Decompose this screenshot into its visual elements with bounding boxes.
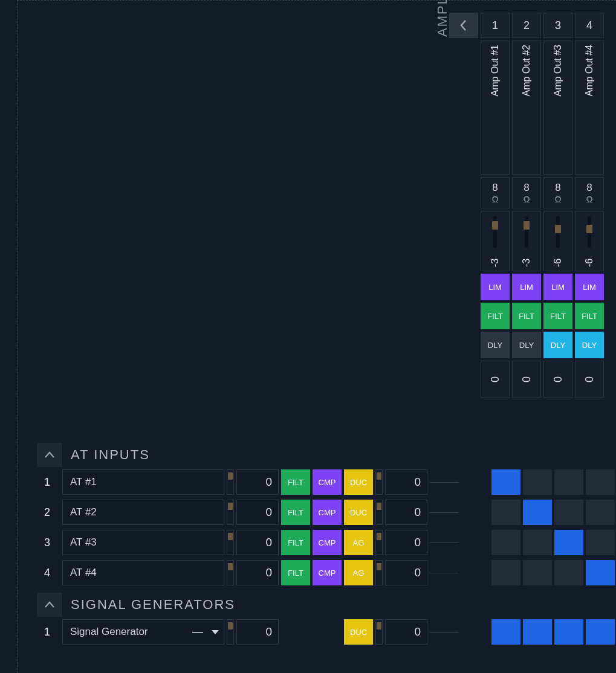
mini-fader[interactable]: [375, 619, 383, 645]
matrix-cell-3[interactable]: [554, 560, 583, 585]
mini-fader[interactable]: [375, 469, 383, 495]
amp-channel-3[interactable]: 3: [543, 13, 572, 38]
proc-filt[interactable]: FILT: [281, 560, 310, 585]
matrix-cell-2[interactable]: [523, 469, 552, 495]
amp-channel-1[interactable]: 1: [481, 13, 510, 38]
amp-lim-3[interactable]: LIM: [543, 274, 572, 300]
input-name-field[interactable]: AT #4: [62, 560, 224, 585]
proc-cmp[interactable]: CMP: [313, 469, 342, 495]
gain-value[interactable]: 0: [236, 469, 279, 495]
proc-duc[interactable]: DUC: [344, 500, 373, 525]
amp-level-1[interactable]: 0: [481, 361, 510, 398]
amp-out-name-4[interactable]: Amp Out #4: [575, 40, 604, 175]
mini-fader[interactable]: [227, 619, 234, 645]
fader-handle[interactable]: [492, 221, 498, 230]
matrix-cell-1[interactable]: [491, 619, 520, 645]
amp-filt-4[interactable]: FILT: [575, 303, 604, 329]
amp-impedance-4[interactable]: 8Ω: [575, 177, 604, 208]
level-value[interactable]: 0: [385, 469, 427, 495]
at-inputs-title: AT INPUTS: [71, 447, 150, 463]
proc-cmp[interactable]: CMP: [313, 530, 342, 555]
amp-level-2[interactable]: 0: [512, 361, 541, 398]
matrix-cell-4[interactable]: [586, 619, 615, 645]
amp-filt-1[interactable]: FILT: [481, 303, 510, 329]
matrix-cell-2[interactable]: [523, 530, 552, 555]
amp-impedance-2[interactable]: 8Ω: [512, 177, 541, 208]
level-value[interactable]: 0: [385, 619, 427, 645]
amp-filt-3[interactable]: FILT: [543, 303, 572, 329]
proc-duc[interactable]: DUC: [344, 469, 373, 495]
amp-dly-3[interactable]: DLY: [543, 332, 572, 358]
matrix-cell-1[interactable]: [491, 469, 520, 495]
amp-dly-1[interactable]: DLY: [481, 332, 510, 358]
matrix-cell-4[interactable]: [586, 500, 615, 525]
amp-out-name-2[interactable]: Amp Out #2: [512, 40, 541, 175]
matrix-cell-3[interactable]: [554, 530, 583, 555]
amp-fader-4[interactable]: -6: [575, 211, 604, 271]
amp-channel-4[interactable]: 4: [575, 13, 604, 38]
signal-generator-select[interactable]: Signal Generator—: [62, 619, 224, 645]
proc-cmp[interactable]: CMP: [313, 560, 342, 585]
gain-value[interactable]: 0: [236, 560, 279, 585]
proc-ag[interactable]: AG: [344, 530, 373, 555]
amp-impedance-3[interactable]: 8Ω: [543, 177, 572, 208]
matrix-cell-1[interactable]: [491, 560, 520, 585]
matrix-cell-3[interactable]: [554, 500, 583, 525]
matrix-cell-4[interactable]: [586, 530, 615, 555]
matrix-cell-4[interactable]: [586, 560, 615, 585]
amp-dly-2[interactable]: DLY: [512, 332, 541, 358]
amp-dly-4[interactable]: DLY: [575, 332, 604, 358]
level-value[interactable]: 0: [385, 500, 427, 525]
proc-duc[interactable]: DUC: [344, 619, 373, 645]
proc-filt[interactable]: FILT: [281, 469, 310, 495]
amp-fader-2[interactable]: -3: [512, 211, 541, 271]
amp-channel-2[interactable]: 2: [512, 13, 541, 38]
gain-value[interactable]: 0: [236, 530, 279, 555]
chevron-up-icon: [44, 450, 56, 460]
proc-ag[interactable]: AG: [344, 560, 373, 585]
matrix-cell-3[interactable]: [554, 619, 583, 645]
matrix-cell-1[interactable]: [491, 530, 520, 555]
input-name-field[interactable]: AT #1: [62, 469, 224, 495]
at-inputs-header: AT INPUTS: [34, 440, 615, 469]
sig-gen-collapse[interactable]: [37, 593, 62, 617]
input-name-field[interactable]: AT #3: [62, 530, 224, 555]
matrix-cell-2[interactable]: [523, 560, 552, 585]
gain-value[interactable]: 0: [236, 619, 279, 645]
amp-level-3[interactable]: 0: [543, 361, 572, 398]
proc-cmp[interactable]: CMP: [313, 500, 342, 525]
amp-lim-1[interactable]: LIM: [481, 274, 510, 300]
route-connector: [430, 469, 459, 495]
matrix-cell-2[interactable]: [523, 500, 552, 525]
mini-fader[interactable]: [227, 560, 234, 585]
mini-fader[interactable]: [375, 500, 383, 525]
matrix-cell-1[interactable]: [491, 500, 520, 525]
mini-fader[interactable]: [375, 560, 383, 585]
gain-value[interactable]: 0: [236, 500, 279, 525]
proc-filt[interactable]: FILT: [281, 530, 310, 555]
level-value[interactable]: 0: [385, 530, 427, 555]
amp-out-name-3[interactable]: Amp Out #3: [543, 40, 572, 175]
amp-level-4[interactable]: 0: [575, 361, 604, 398]
proc-filt[interactable]: FILT: [281, 500, 310, 525]
amp-fader-1[interactable]: -3: [481, 211, 510, 271]
input-name-field[interactable]: AT #2: [62, 500, 224, 525]
fader-value: -3: [490, 259, 501, 267]
amp-back-button[interactable]: [449, 13, 478, 38]
amp-out-name-1[interactable]: Amp Out #1: [481, 40, 510, 175]
amp-impedance-1[interactable]: 8Ω: [481, 177, 510, 208]
mini-fader[interactable]: [375, 530, 383, 555]
mini-fader[interactable]: [227, 500, 234, 525]
matrix-cell-3[interactable]: [554, 469, 583, 495]
amp-fader-3[interactable]: -6: [543, 211, 572, 271]
at-inputs-collapse[interactable]: [37, 443, 62, 467]
level-value[interactable]: 0: [385, 560, 427, 585]
caret-down-icon: [212, 630, 219, 634]
amp-lim-4[interactable]: LIM: [575, 274, 604, 300]
matrix-cell-2[interactable]: [523, 619, 552, 645]
mini-fader[interactable]: [227, 530, 234, 555]
matrix-cell-4[interactable]: [586, 469, 615, 495]
amp-filt-2[interactable]: FILT: [512, 303, 541, 329]
amp-lim-2[interactable]: LIM: [512, 274, 541, 300]
mini-fader[interactable]: [227, 469, 234, 495]
